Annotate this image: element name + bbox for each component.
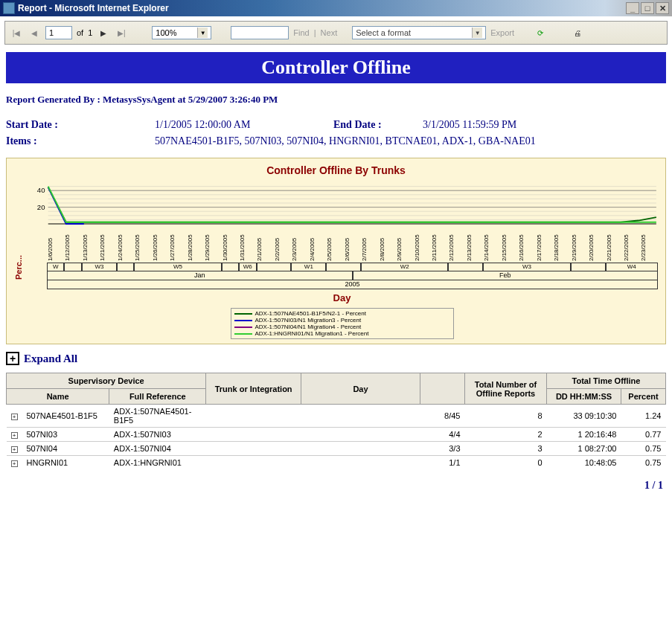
week-span	[571, 263, 606, 271]
th-supervisory: Supervisory Device	[7, 373, 206, 389]
th-trunk: Trunk or Integration	[206, 373, 301, 405]
cell-ref: ADX-1:HNGRNI01	[109, 456, 206, 470]
week-span	[64, 263, 81, 271]
print-icon[interactable]: 🖨	[571, 26, 584, 39]
cell-ratio: 3/3	[420, 442, 465, 456]
find-button[interactable]: Find	[293, 28, 309, 37]
legend-item: ADX-1:507NAE4501-B1F5/N2-1 - Percent	[234, 310, 450, 317]
prev-page-button[interactable]: ◀	[28, 26, 41, 39]
x-tick-label: 1/24/2005	[117, 225, 134, 261]
ie-icon	[3, 2, 15, 14]
last-page-button[interactable]: ▶|	[115, 26, 128, 39]
cell-ref: ADX-1:507NI03	[109, 428, 206, 442]
month-span: Jan	[47, 271, 353, 280]
x-tick-label: 2/4/2005	[309, 225, 326, 261]
x-tick-label: 1/12/2005	[64, 225, 81, 261]
x-tick-label: 2/3/2005	[291, 225, 308, 261]
week-span	[326, 263, 361, 271]
week-span	[257, 263, 292, 271]
cell-ratio: 8/45	[420, 405, 465, 428]
zoom-value: 100%	[156, 28, 176, 37]
chart-plot: 2040 1/6/20051/12/20051/13/20051/21/2005…	[26, 181, 658, 339]
x-tick-label: 1/25/2005	[134, 225, 151, 261]
zoom-select[interactable]: 100% ▼	[152, 26, 211, 39]
cell-name: 507NAE4501-B1F5	[22, 405, 109, 428]
x-tick-label: 2/18/2005	[553, 225, 570, 261]
cell-num: 2	[465, 428, 547, 442]
x-tick-label: 2/10/2005	[414, 225, 431, 261]
generated-by-line: Report Generated By : MetasysSysAgent at…	[6, 94, 666, 106]
cell-dd: 1 20:16:48	[547, 428, 621, 442]
expand-row-button[interactable]: +	[11, 432, 18, 439]
th-totaltime: Total Time Offline	[547, 373, 666, 389]
x-tick-label: 1/27/2005	[169, 225, 186, 261]
month-span: Feb	[353, 271, 659, 280]
expand-all-button[interactable]: +	[6, 352, 19, 365]
find-next-button[interactable]: Next	[321, 28, 338, 37]
x-tick-label: 2/2/2005	[274, 225, 291, 261]
items-row: Items : 507NAE4501-B1F5, 507NI03, 507NI0…	[6, 135, 666, 147]
next-page-button[interactable]: ▶	[97, 26, 110, 39]
th-dd: DD HH:MM:SS	[547, 389, 621, 405]
table-row: +507NI03ADX-1:507NI034/421 20:16:480.77	[7, 428, 666, 442]
maximize-button[interactable]: □	[641, 2, 654, 14]
expand-row-button[interactable]: +	[11, 446, 18, 453]
x-tick-label: 1/26/2005	[152, 225, 169, 261]
current-page-input[interactable]	[45, 26, 72, 39]
first-page-button[interactable]: |◀	[10, 26, 23, 39]
minimize-button[interactable]: _	[626, 2, 639, 14]
cell-dd: 33 09:10:30	[547, 405, 621, 428]
legend-item: ADX-1:HNGRNI01/N1 Migration1 - Percent	[234, 330, 450, 337]
report-toolbar: |◀ ◀ of 1 ▶ ▶| 100% ▼ Find | Next Select…	[4, 21, 668, 45]
x-tick-label: 1/30/2005	[222, 225, 239, 261]
x-tick-label: 2/14/2005	[483, 225, 500, 261]
cell-ratio: 4/4	[420, 428, 465, 442]
x-tick-label: 2/19/2005	[571, 225, 588, 261]
cell-ref: ADX-1:507NI04	[109, 442, 206, 456]
th-ref: Full Reference	[109, 389, 206, 405]
week-span: W3	[82, 263, 117, 271]
cell-pct: 0.77	[621, 428, 666, 442]
week-span: W1	[291, 263, 326, 271]
x-tick-label: 1/31/2005	[239, 225, 256, 261]
chart-legend: ADX-1:507NAE4501-B1F5/N2-1 - PercentADX-…	[231, 308, 454, 339]
x-tick-label: 2/13/2005	[466, 225, 483, 261]
week-span	[448, 263, 483, 271]
find-input[interactable]	[231, 26, 289, 39]
week-span: W2	[361, 263, 448, 271]
expand-all-label: Expand All	[24, 353, 77, 365]
expand-row-button[interactable]: +	[11, 460, 18, 467]
svg-text:20: 20	[37, 204, 45, 211]
refresh-icon[interactable]: ⟳	[534, 26, 547, 39]
x-tick-label: 2/22/2005	[623, 225, 640, 261]
chart-title: Controller Offline By Trunks	[14, 164, 658, 176]
cell-dd: 1 08:27:00	[547, 442, 621, 456]
page-of-label: of	[77, 28, 83, 37]
offline-table: Supervisory Device Trunk or Integration …	[6, 373, 666, 469]
page-total: 1	[88, 28, 92, 37]
table-row: +507NAE4501-B1F5ADX-1:507NAE4501-B1F58/4…	[7, 405, 666, 428]
x-tick-label: 2/1/2005	[256, 225, 273, 261]
x-tick-label: 2/20/2005	[588, 225, 605, 261]
x-tick-label: 1/6/2005	[47, 225, 64, 261]
x-tick-label: 2/11/2005	[431, 225, 448, 261]
window-title: Report - Microsoft Internet Explorer	[18, 3, 624, 13]
legend-item: ADX-1:507NI03/N1 Migration3 - Percent	[234, 317, 450, 324]
close-button[interactable]: ✕	[656, 2, 669, 14]
th-name: Name	[7, 389, 109, 405]
table-row: +HNGRNI01ADX-1:HNGRNI011/1010:48:050.75	[7, 456, 666, 470]
x-tick-label: 2/7/2005	[361, 225, 378, 261]
chevron-down-icon: ▼	[197, 28, 208, 38]
x-tick-label: 2/17/2005	[536, 225, 553, 261]
export-button[interactable]: Export	[490, 28, 514, 37]
week-span	[117, 263, 134, 271]
cell-num: 3	[465, 442, 547, 456]
export-format-select[interactable]: Select a format ▼	[352, 26, 486, 39]
th-blank	[420, 373, 465, 405]
cell-name: 507NI04	[22, 442, 109, 456]
expand-row-button[interactable]: +	[11, 414, 18, 420]
x-tick-label: 2/9/2005	[396, 225, 413, 261]
x-tick-label: 1/29/2005	[204, 225, 221, 261]
x-tick-label: 1/13/2005	[82, 225, 99, 261]
x-tick-label: 2/12/2005	[448, 225, 465, 261]
